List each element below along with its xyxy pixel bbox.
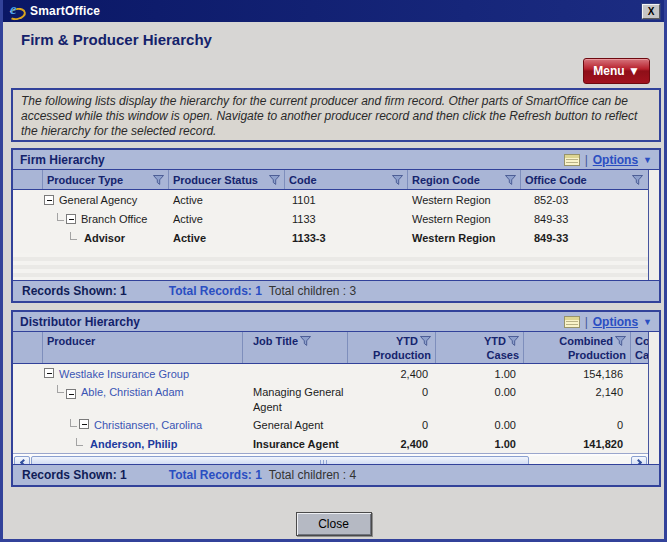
chevron-right-icon	[634, 459, 641, 464]
distributor-tree-column-header	[13, 332, 43, 363]
tree-connector	[70, 419, 77, 427]
distributor-hierarchy-panel: Distributor Hierarchy | Options ▼ Produc…	[11, 310, 661, 487]
producer-link[interactable]: Able, Christian Adam	[81, 385, 184, 400]
col-producer-type[interactable]: Producer Type	[43, 170, 169, 189]
filter-icon[interactable]	[269, 175, 280, 185]
distributor-panel-header: Distributor Hierarchy | Options ▼	[13, 312, 659, 332]
col-ytd-cases[interactable]: YTDCases	[436, 332, 524, 363]
producer-link[interactable]: Westlake Insurance Group	[59, 368, 189, 380]
records-shown: Records Shown: 1	[22, 284, 127, 298]
scrollbar-track[interactable]	[530, 456, 630, 465]
window-title: SmartOffice	[30, 4, 100, 18]
table-row[interactable]: Anderson, Philip Insurance Agent 2,400 1…	[13, 434, 649, 453]
description-text: The following lists display the hierarch…	[11, 88, 661, 142]
total-records-link[interactable]: Total Records: 1	[169, 468, 262, 482]
distributor-grid-footer: Records Shown: 1 Total Records: 1 Total …	[13, 464, 659, 485]
distributor-options-arrow-icon[interactable]: ▼	[643, 317, 652, 327]
col-ytd-production[interactable]: YTDProduction	[348, 332, 436, 363]
filter-icon[interactable]	[615, 336, 626, 346]
empty-rows-area	[13, 247, 648, 280]
total-children: Total children : 4	[269, 468, 356, 482]
options-separator: |	[585, 315, 588, 329]
filter-icon[interactable]	[420, 336, 431, 346]
firm-hierarchy-panel: Firm Hierarchy | Options ▼ Producer Type…	[11, 148, 661, 303]
scrollbar-thumb[interactable]	[31, 456, 529, 464]
col-producer-status[interactable]: Producer Status	[169, 170, 285, 189]
col-job-title[interactable]: Job Title	[243, 332, 348, 363]
producer-link[interactable]: Christiansen, Carolina	[94, 419, 202, 431]
filter-icon[interactable]	[153, 175, 164, 185]
filter-icon[interactable]	[505, 175, 516, 185]
col-combined-production[interactable]: CombinedProduction	[524, 332, 631, 363]
filter-icon[interactable]	[300, 336, 311, 346]
producer-link[interactable]: Anderson, Philip	[90, 438, 177, 450]
table-row[interactable]: Able, Christian Adam Managing General Ag…	[13, 383, 649, 415]
collapse-toggle-icon[interactable]	[66, 389, 76, 399]
tree-connector	[57, 213, 64, 221]
chevron-left-icon	[19, 459, 26, 464]
customize-columns-icon[interactable]	[564, 154, 580, 166]
firm-options-link[interactable]: Options	[593, 153, 638, 167]
firm-panel-title: Firm Hierarchy	[20, 153, 105, 167]
scroll-right-button[interactable]	[631, 456, 647, 465]
firm-grid-footer: Records Shown: 1 Total Records: 1 Total …	[13, 280, 659, 301]
col-region-code[interactable]: Region Code	[408, 170, 521, 189]
firm-panel-header: Firm Hierarchy | Options ▼	[13, 150, 659, 170]
table-row[interactable]: Branch Office Active 1133 Western Region…	[13, 209, 648, 228]
table-row[interactable]: Advisor Active 1133-3 Western Region 849…	[13, 228, 648, 247]
firm-options-arrow-icon[interactable]: ▼	[643, 155, 652, 165]
table-row[interactable]: Christiansen, Carolina General Agent 0 0…	[13, 415, 649, 434]
page-title: Firm & Producer Hierarchy	[21, 31, 212, 48]
smartoffice-window: e SmartOffice X Firm & Producer Hierarch…	[0, 0, 667, 542]
distributor-panel-title: Distributor Hierarchy	[20, 315, 140, 329]
total-records-link[interactable]: Total Records: 1	[169, 284, 262, 298]
collapse-toggle-icon[interactable]	[66, 214, 76, 224]
col-code[interactable]: Code	[285, 170, 408, 189]
customize-columns-icon[interactable]	[564, 316, 580, 328]
col-combined-cases[interactable]: CombinedCases	[631, 332, 649, 363]
horizontal-scrollbar[interactable]	[13, 453, 648, 464]
records-shown: Records Shown: 1	[22, 468, 127, 482]
collapse-toggle-icon[interactable]	[79, 419, 89, 429]
filter-icon[interactable]	[632, 175, 643, 185]
distributor-grid-header: Producer Job Title YTDProduction YTDCase…	[13, 332, 649, 364]
ie-browser-icon: e	[8, 3, 24, 19]
filter-icon[interactable]	[392, 175, 403, 185]
col-producer[interactable]: Producer	[43, 332, 243, 363]
firm-grid: Producer Type Producer Status Code Regio…	[13, 170, 649, 280]
collapse-toggle-icon[interactable]	[44, 368, 54, 378]
filter-icon[interactable]	[508, 336, 519, 346]
tree-connector	[70, 232, 77, 240]
options-separator: |	[585, 153, 588, 167]
distributor-grid: Producer Job Title YTDProduction YTDCase…	[13, 332, 649, 464]
scroll-left-button[interactable]	[14, 456, 30, 465]
total-children: Total children : 3	[269, 284, 356, 298]
menu-button[interactable]: Menu ▼	[583, 58, 650, 84]
firm-tree-column-header	[13, 170, 43, 189]
col-office-code[interactable]: Office Code	[521, 170, 647, 189]
firm-grid-header: Producer Type Producer Status Code Regio…	[13, 170, 648, 190]
tree-connector	[76, 438, 83, 446]
distributor-options-link[interactable]: Options	[593, 315, 638, 329]
grid-side-gap	[649, 332, 659, 464]
tree-connector	[57, 385, 64, 393]
close-button[interactable]: Close	[296, 512, 372, 536]
table-row[interactable]: General Agency Active 1101 Western Regio…	[13, 190, 648, 209]
close-window-button[interactable]: X	[642, 4, 660, 19]
table-row[interactable]: Westlake Insurance Group 2,400 1.00 154,…	[13, 364, 649, 383]
grid-side-gap	[649, 170, 659, 280]
window-titlebar[interactable]: e SmartOffice X	[3, 0, 664, 22]
collapse-toggle-icon[interactable]	[44, 195, 54, 205]
